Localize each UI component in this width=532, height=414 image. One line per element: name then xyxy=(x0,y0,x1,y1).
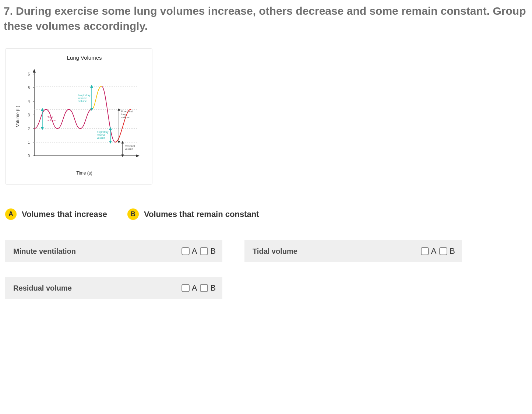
question-number: 7. xyxy=(4,5,13,17)
label-erv: Expiratoryreservevolume xyxy=(97,131,109,139)
check-b[interactable]: B xyxy=(200,246,216,256)
category-a-label: Volumes that increase xyxy=(22,210,107,219)
ytick-1: 1 xyxy=(28,140,30,144)
figure-card: Lung Volumes Volume (L) 0 1 2 3 4 5 6 xyxy=(5,48,152,185)
ytick-6: 6 xyxy=(28,72,30,76)
ytick-2: 2 xyxy=(28,127,30,131)
item-label: Tidal volume xyxy=(253,247,297,256)
item-tidal-volume: Tidal volume A B xyxy=(244,240,462,262)
ytick-4: 4 xyxy=(28,99,30,104)
item-label: Residual volume xyxy=(13,284,72,292)
items-grid: Minute ventilation A B Tidal volume A B … xyxy=(5,240,532,299)
figure-title: Lung Volumes xyxy=(20,55,148,61)
svg-marker-3 xyxy=(136,154,140,157)
item-checks: A B xyxy=(421,246,455,256)
badge-a: A xyxy=(5,208,17,220)
trace-normal xyxy=(34,109,92,129)
lung-volume-chart: 0 1 2 3 4 5 6 xyxy=(20,64,148,167)
check-a[interactable]: A xyxy=(182,283,197,293)
item-residual-volume: Residual volume A B xyxy=(5,277,222,299)
label-irv: Inspiratoryreservevolume xyxy=(78,94,91,102)
check-b[interactable]: B xyxy=(200,283,216,293)
category-b: B Volumes that remain constant xyxy=(127,208,259,220)
badge-b: B xyxy=(127,208,139,220)
check-b[interactable]: B xyxy=(439,246,455,256)
question-header: 7.During exercise some lung volumes incr… xyxy=(0,0,532,34)
item-minute-ventilation: Minute ventilation A B xyxy=(5,240,222,262)
label-residual: Residualvolume xyxy=(125,145,135,150)
label-tidal: Tidalvolume xyxy=(47,116,56,122)
check-a[interactable]: A xyxy=(182,246,197,256)
y-axis-label: Volume (L) xyxy=(15,106,20,127)
item-checks: A B xyxy=(182,283,216,293)
ytick-5: 5 xyxy=(28,86,30,90)
question-text: During exercise some lung volumes increa… xyxy=(4,5,526,32)
ytick-3: 3 xyxy=(28,113,30,117)
category-a: A Volumes that increase xyxy=(5,208,107,220)
item-label: Minute ventilation xyxy=(13,247,76,256)
item-checks: A B xyxy=(182,246,216,256)
ytick-0: 0 xyxy=(28,154,30,158)
trace-inspiration xyxy=(92,86,102,109)
category-legend: A Volumes that increase B Volumes that r… xyxy=(5,208,532,220)
x-axis-label: Time (s) xyxy=(20,171,148,176)
label-functional: Functionallungvolume xyxy=(121,110,133,119)
check-a[interactable]: A xyxy=(421,246,437,256)
category-b-label: Volumes that remain constant xyxy=(144,210,259,219)
svg-marker-1 xyxy=(33,69,36,73)
